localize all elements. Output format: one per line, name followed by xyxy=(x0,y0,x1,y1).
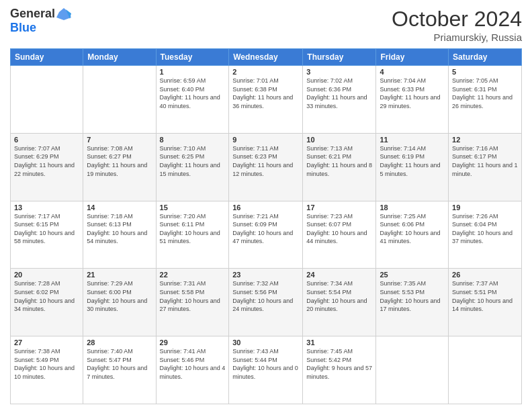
day-number: 2 xyxy=(232,68,299,76)
day-number: 1 xyxy=(160,68,226,76)
calendar-cell: 18Sunrise: 7:25 AMSunset: 6:06 PMDayligh… xyxy=(376,201,449,269)
calendar-location: Priamurskiy, Russia xyxy=(392,32,522,43)
header: General Blue October 2024 Priamurskiy, R… xyxy=(10,7,522,43)
day-info: Sunrise: 7:21 AMSunset: 6:09 PMDaylight:… xyxy=(232,212,299,246)
day-number: 28 xyxy=(87,338,152,347)
calendar-cell: 1Sunrise: 6:59 AMSunset: 6:40 PMDaylight… xyxy=(156,66,229,134)
day-of-week-header: Saturday xyxy=(449,49,522,66)
day-info: Sunrise: 7:16 AMSunset: 6:17 PMDaylight:… xyxy=(452,144,518,178)
day-of-week-header: Tuesday xyxy=(156,49,229,66)
day-number: 20 xyxy=(14,271,79,279)
calendar-cell: 5Sunrise: 7:05 AMSunset: 6:31 PMDaylight… xyxy=(449,66,522,134)
day-of-week-header: Thursday xyxy=(303,49,376,66)
day-number: 16 xyxy=(232,203,299,212)
day-number: 22 xyxy=(160,271,226,279)
calendar-body: 1Sunrise: 6:59 AMSunset: 6:40 PMDaylight… xyxy=(11,66,522,404)
calendar-cell: 24Sunrise: 7:34 AMSunset: 5:54 PMDayligh… xyxy=(303,269,376,336)
calendar-cell: 26Sunrise: 7:37 AMSunset: 5:51 PMDayligh… xyxy=(449,269,522,336)
day-number: 12 xyxy=(452,136,518,144)
day-number: 27 xyxy=(14,338,79,347)
calendar-cell: 29Sunrise: 7:41 AMSunset: 5:46 PMDayligh… xyxy=(156,336,229,404)
day-info: Sunrise: 7:29 AMSunset: 6:00 PMDaylight:… xyxy=(87,279,152,313)
calendar-cell: 30Sunrise: 7:43 AMSunset: 5:44 PMDayligh… xyxy=(229,336,303,404)
day-info: Sunrise: 7:10 AMSunset: 6:25 PMDaylight:… xyxy=(160,144,226,178)
day-number: 11 xyxy=(380,136,445,144)
day-number: 15 xyxy=(160,203,226,212)
day-number: 9 xyxy=(232,136,299,144)
day-info: Sunrise: 7:11 AMSunset: 6:23 PMDaylight:… xyxy=(232,144,299,178)
day-info: Sunrise: 7:35 AMSunset: 5:53 PMDaylight:… xyxy=(380,279,445,313)
calendar-cell: 21Sunrise: 7:29 AMSunset: 6:00 PMDayligh… xyxy=(83,269,156,336)
day-number: 3 xyxy=(306,68,372,76)
day-info: Sunrise: 7:32 AMSunset: 5:56 PMDaylight:… xyxy=(232,279,299,313)
calendar-cell: 19Sunrise: 7:26 AMSunset: 6:04 PMDayligh… xyxy=(449,201,522,269)
day-number: 5 xyxy=(452,68,518,76)
day-info: Sunrise: 7:25 AMSunset: 6:06 PMDaylight:… xyxy=(380,212,445,246)
calendar-cell: 8Sunrise: 7:10 AMSunset: 6:25 PMDaylight… xyxy=(156,133,229,201)
logo-icon xyxy=(56,7,71,21)
day-info: Sunrise: 7:04 AMSunset: 6:33 PMDaylight:… xyxy=(380,77,445,110)
day-info: Sunrise: 7:01 AMSunset: 6:38 PMDaylight:… xyxy=(232,77,299,110)
day-number: 29 xyxy=(160,338,226,347)
day-info: Sunrise: 7:40 AMSunset: 5:47 PMDaylight:… xyxy=(87,347,152,381)
calendar-cell: 27Sunrise: 7:38 AMSunset: 5:49 PMDayligh… xyxy=(11,336,83,404)
day-number: 10 xyxy=(306,136,372,144)
day-info: Sunrise: 7:45 AMSunset: 5:42 PMDaylight:… xyxy=(306,347,372,381)
day-info: Sunrise: 7:05 AMSunset: 6:31 PMDaylight:… xyxy=(452,77,518,110)
day-info: Sunrise: 7:43 AMSunset: 5:44 PMDaylight:… xyxy=(232,347,299,381)
day-info: Sunrise: 7:20 AMSunset: 6:11 PMDaylight:… xyxy=(160,212,226,246)
day-of-week-header: Friday xyxy=(376,49,449,66)
day-number: 26 xyxy=(452,271,518,279)
calendar-cell: 12Sunrise: 7:16 AMSunset: 6:17 PMDayligh… xyxy=(449,133,522,201)
day-number: 23 xyxy=(232,271,299,279)
day-info: Sunrise: 7:23 AMSunset: 6:07 PMDaylight:… xyxy=(306,212,372,246)
calendar-cell: 2Sunrise: 7:01 AMSunset: 6:38 PMDaylight… xyxy=(229,66,303,134)
calendar-week-row: 20Sunrise: 7:28 AMSunset: 6:02 PMDayligh… xyxy=(11,269,522,336)
day-number: 7 xyxy=(87,136,152,144)
calendar-week-row: 6Sunrise: 7:07 AMSunset: 6:29 PMDaylight… xyxy=(11,133,522,201)
page: General Blue October 2024 Priamurskiy, R… xyxy=(0,0,532,411)
day-number: 13 xyxy=(14,203,79,212)
day-info: Sunrise: 7:41 AMSunset: 5:46 PMDaylight:… xyxy=(160,347,226,381)
calendar-cell: 15Sunrise: 7:20 AMSunset: 6:11 PMDayligh… xyxy=(156,201,229,269)
day-number: 4 xyxy=(380,68,445,76)
calendar-week-row: 1Sunrise: 6:59 AMSunset: 6:40 PMDaylight… xyxy=(11,66,522,134)
day-info: Sunrise: 7:08 AMSunset: 6:27 PMDaylight:… xyxy=(87,144,152,178)
day-number: 21 xyxy=(87,271,152,279)
day-info: Sunrise: 7:18 AMSunset: 6:13 PMDaylight:… xyxy=(87,212,152,246)
calendar-cell: 31Sunrise: 7:45 AMSunset: 5:42 PMDayligh… xyxy=(303,336,376,404)
calendar-cell: 20Sunrise: 7:28 AMSunset: 6:02 PMDayligh… xyxy=(11,269,83,336)
title-block: October 2024 Priamurskiy, Russia xyxy=(392,7,522,43)
logo: General Blue xyxy=(10,7,71,35)
calendar-cell: 3Sunrise: 7:02 AMSunset: 6:36 PMDaylight… xyxy=(303,66,376,134)
day-number: 31 xyxy=(306,338,372,347)
day-number: 6 xyxy=(14,136,79,144)
day-info: Sunrise: 7:17 AMSunset: 6:15 PMDaylight:… xyxy=(14,212,79,246)
day-number: 25 xyxy=(380,271,445,279)
calendar-cell xyxy=(11,66,83,134)
calendar-table: SundayMondayTuesdayWednesdayThursdayFrid… xyxy=(10,48,522,404)
day-info: Sunrise: 7:26 AMSunset: 6:04 PMDaylight:… xyxy=(452,212,518,246)
logo-blue-text: Blue xyxy=(10,21,71,35)
calendar-cell: 7Sunrise: 7:08 AMSunset: 6:27 PMDaylight… xyxy=(83,133,156,201)
calendar-cell: 10Sunrise: 7:13 AMSunset: 6:21 PMDayligh… xyxy=(303,133,376,201)
calendar-cell: 4Sunrise: 7:04 AMSunset: 6:33 PMDaylight… xyxy=(376,66,449,134)
day-of-week-header: Monday xyxy=(83,49,156,66)
day-info: Sunrise: 7:02 AMSunset: 6:36 PMDaylight:… xyxy=(306,77,372,110)
day-number: 30 xyxy=(232,338,299,347)
day-number: 18 xyxy=(380,203,445,212)
day-number: 19 xyxy=(452,203,518,212)
calendar-cell: 22Sunrise: 7:31 AMSunset: 5:58 PMDayligh… xyxy=(156,269,229,336)
day-info: Sunrise: 7:37 AMSunset: 5:51 PMDaylight:… xyxy=(452,279,518,313)
day-info: Sunrise: 7:13 AMSunset: 6:21 PMDaylight:… xyxy=(306,144,372,178)
day-info: Sunrise: 7:31 AMSunset: 5:58 PMDaylight:… xyxy=(160,279,226,313)
calendar-cell xyxy=(449,336,522,404)
day-number: 14 xyxy=(87,203,152,212)
calendar-week-row: 27Sunrise: 7:38 AMSunset: 5:49 PMDayligh… xyxy=(11,336,522,404)
day-number: 17 xyxy=(306,203,372,212)
calendar-cell: 11Sunrise: 7:14 AMSunset: 6:19 PMDayligh… xyxy=(376,133,449,201)
calendar-cell xyxy=(83,66,156,134)
day-number: 8 xyxy=(160,136,226,144)
day-info: Sunrise: 6:59 AMSunset: 6:40 PMDaylight:… xyxy=(160,77,226,110)
day-info: Sunrise: 7:38 AMSunset: 5:49 PMDaylight:… xyxy=(14,347,79,381)
